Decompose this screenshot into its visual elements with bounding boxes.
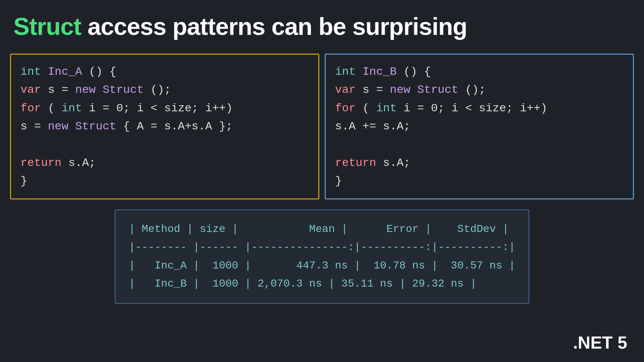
title-area: Struct access patterns can be surprising [0,0,644,47]
code-text: i = 0; i < size; i++) [89,102,232,115]
title-struct-word: Struct [13,13,81,40]
code-line: for ( int i = 0; i < size; i++) [20,99,309,117]
title-rest: access patterns can be surprising [81,13,467,40]
keyword-new2: new [48,120,68,133]
code-line: s = new Struct { A = s.A+s.A }; [20,117,309,135]
code-panel-b: int Inc_B () { var s = new Struct (); fo… [325,54,634,199]
code-line: var s = new Struct (); [20,81,309,99]
code-line: var s = new Struct (); [335,81,624,99]
code-text-b6: s.A; [383,157,411,169]
code-text: { A = s.A+s.A }; [123,120,232,133]
keyword-for-b: for [335,102,356,115]
keyword-return: return [20,157,61,169]
code-line-blank [20,136,309,154]
keyword-return-b: return [335,157,376,169]
code-line: int Inc_A () { [20,63,309,81]
code-text-b5: s.A += s.A; [335,120,410,133]
code-line-blank-b [335,136,624,154]
code-panel-a: int Inc_A () { var s = new Struct (); fo… [10,54,319,199]
keyword-int-b: int [335,65,356,78]
code-text: s = [48,83,75,96]
code-brace: } [20,175,27,187]
code-line: return s.A; [335,154,624,172]
func-name-b: Inc_B [363,65,397,78]
code-line: s.A += s.A; [335,117,624,135]
benchmark-container: | Method | size | Mean | Error | StdDev … [0,203,644,304]
code-text-b2: (); [465,83,486,96]
struct-name-b: Struct [417,83,458,96]
keyword-var-b: var [335,83,356,96]
keyword-int: int [20,65,41,78]
code-text: ( [48,102,55,115]
code-brace-b: } [335,175,342,187]
code-line: for ( int i = 0; i < size; i++) [335,99,624,117]
keyword-int2: int [61,102,82,115]
benchmark-table: | Method | size | Mean | Error | StdDev … [129,220,515,293]
func-name-a: Inc_A [48,65,82,78]
code-text-b3: ( [363,102,369,115]
code-paren: () { [89,65,116,78]
code-panels: int Inc_A () { var s = new Struct (); fo… [0,47,644,203]
code-text: s = [20,120,48,133]
page-title: Struct access patterns can be surprising [13,13,631,40]
keyword-var: var [20,83,41,96]
code-paren-b: () { [404,65,431,78]
keyword-for: for [20,102,41,115]
code-line: } [20,172,309,190]
code-text-b4: i = 0; i < size; i++) [404,102,547,115]
dotnet-badge: .NET 5 [573,333,627,353]
struct-name: Struct [103,83,144,96]
keyword-new-b: new [390,83,410,96]
code-text-b: s = [363,83,390,96]
code-text: s.A; [68,157,96,169]
code-line: return s.A; [20,154,309,172]
struct-name2: Struct [75,120,116,133]
code-line: int Inc_B () { [335,63,624,81]
benchmark-box: | Method | size | Mean | Error | StdDev … [115,209,529,304]
keyword-new: new [75,83,96,96]
code-text: (); [151,83,171,96]
keyword-int-b2: int [376,102,396,115]
code-line: } [335,172,624,190]
